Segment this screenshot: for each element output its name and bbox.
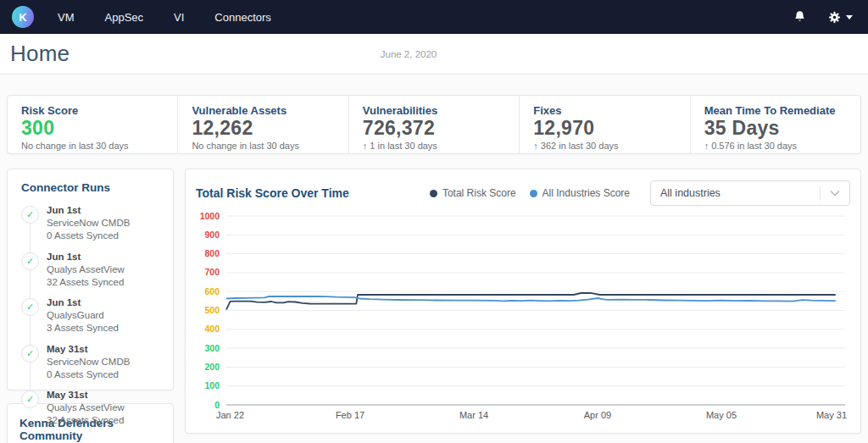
y-tick-label: 0 [214, 400, 220, 410]
legend-item-all-industries-score: All Industries Score [530, 187, 630, 199]
stat-value: 12,970 [533, 117, 689, 139]
connector-runs-title: Connector Runs [21, 181, 163, 194]
run-connector-name: QualysGuard [47, 309, 119, 322]
x-tick-label: May 31 [816, 410, 847, 420]
check-circle-icon: ✓ [21, 206, 39, 224]
x-tick-label: Jan 22 [216, 410, 244, 420]
run-assets-synced: 3 Assets Synced [47, 322, 119, 335]
connector-runs-card: Connector Runs ✓Jun 1stServiceNow CMDB0 … [7, 169, 174, 390]
y-tick-label: 700 [204, 267, 220, 277]
stats-summary-card: Risk Score300No change in last 30 daysVu… [7, 95, 861, 154]
run-date: May 31st [47, 389, 125, 401]
y-tick-label: 600 [204, 286, 220, 296]
stat-change: No change in last 30 days [21, 141, 177, 151]
y-tick-label: 1000 [200, 211, 220, 221]
run-date: Jun 1st [47, 204, 130, 217]
run-connector-name: Qualys AssetView [47, 263, 125, 276]
settings-caret-icon [846, 15, 853, 19]
run-assets-synced: 32 Assets Synced [47, 276, 125, 289]
check-circle-icon: ✓ [21, 298, 39, 316]
nav-menu: VMAppSecVIConnectors [58, 11, 302, 24]
series-line-all-industries-score [226, 296, 836, 302]
stat-value: 300 [21, 117, 177, 139]
page-date: June 2, 2020 [0, 49, 817, 59]
connector-run-item: ✓Jun 1stQualys AssetView32 Assets Synced [21, 251, 163, 290]
legend-dot-icon [430, 190, 437, 197]
risk-chart-svg: 01002003004005006007008009001000Jan 22Fe… [196, 209, 847, 424]
stat-label: Risk Score [21, 104, 177, 117]
x-tick-label: Feb 17 [336, 410, 364, 420]
stat-change: ↑ 1 in last 30 days [363, 141, 519, 151]
main-nav: K VMAppSecVIConnectors [0, 0, 868, 34]
check-circle-icon: ✓ [21, 252, 39, 270]
settings-gear-icon[interactable] [827, 10, 853, 25]
chart-title: Total Risk Score Over Time [196, 186, 349, 200]
stat-vulnerable-assets: Vulnerable Assets12,262No change in last… [177, 96, 348, 153]
nav-item-connectors[interactable]: Connectors [214, 11, 270, 24]
connector-run-item: ✓May 31stQualys AssetView32 Assets Synce… [21, 389, 163, 428]
kenna-logo[interactable]: K [12, 6, 34, 28]
stat-mean-time-to-remediate: Mean Time To Remediate35 Days↑ 0.576 in … [690, 96, 860, 153]
risk-score-chart-card: Total Risk Score Over Time Total Risk Sc… [185, 169, 861, 434]
legend-label: All Industries Score [542, 187, 630, 199]
stat-fixes: Fixes12,970↑ 362 in last 30 days [519, 96, 689, 153]
x-tick-label: Mar 14 [459, 410, 488, 420]
legend-label: Total Risk Score [442, 187, 516, 199]
check-circle-icon: ✓ [21, 390, 39, 408]
stat-change: ↑ 0.576 in last 30 days [704, 141, 860, 151]
run-connector-name: ServiceNow CMDB [47, 217, 130, 230]
y-tick-label: 800 [204, 248, 220, 258]
notifications-bell-icon[interactable] [793, 10, 807, 25]
x-tick-label: May 05 [706, 410, 737, 420]
y-tick-label: 300 [204, 343, 220, 353]
stat-label: Mean Time To Remediate [704, 104, 860, 117]
stat-value: 726,372 [363, 117, 519, 139]
nav-item-vi[interactable]: VI [174, 11, 184, 24]
run-date: Jun 1st [47, 296, 119, 309]
chevron-down-icon [821, 190, 849, 197]
run-assets-synced: 0 Assets Synced [47, 230, 130, 242]
nav-item-appsec[interactable]: AppSec [105, 11, 144, 24]
stat-change: No change in last 30 days [192, 141, 348, 151]
run-connector-name: ServiceNow CMDB [47, 356, 130, 368]
connector-run-item: ✓May 31stServiceNow CMDB0 Assets Synced [21, 343, 163, 382]
run-assets-synced: 32 Assets Synced [47, 414, 125, 427]
run-date: Jun 1st [47, 251, 125, 263]
connector-run-item: ✓Jun 1stQualysGuard3 Assets Synced [21, 296, 163, 335]
stat-label: Vulnerable Assets [192, 104, 348, 117]
industry-filter-dropdown[interactable]: All industries [650, 180, 850, 206]
stat-label: Fixes [533, 104, 689, 117]
y-tick-label: 400 [204, 324, 220, 334]
run-date: May 31st [47, 343, 130, 356]
y-tick-label: 100 [204, 380, 220, 390]
nav-item-vm[interactable]: VM [58, 11, 75, 24]
connector-run-item: ✓Jun 1stServiceNow CMDB0 Assets Synced [21, 204, 163, 243]
run-connector-name: Qualys AssetView [47, 401, 125, 414]
x-tick-label: Apr 09 [584, 410, 611, 420]
connector-runs-timeline: ✓Jun 1stServiceNow CMDB0 Assets Synced✓J… [21, 204, 163, 428]
y-tick-label: 500 [204, 305, 220, 315]
stat-value: 12,262 [192, 117, 348, 139]
check-circle-icon: ✓ [21, 345, 39, 363]
run-assets-synced: 0 Assets Synced [47, 368, 130, 381]
y-tick-label: 200 [204, 362, 220, 372]
y-tick-label: 900 [204, 230, 220, 240]
stat-label: Vulnerabilities [363, 104, 519, 117]
page-header: Home June 2, 2020 [0, 34, 868, 75]
stat-vulnerabilities: Vulnerabilities726,372↑ 1 in last 30 day… [348, 96, 519, 153]
stat-value: 35 Days [704, 117, 860, 139]
legend-item-total-risk-score: Total Risk Score [430, 187, 516, 199]
chart-legend: Total Risk ScoreAll Industries Score [430, 187, 630, 199]
industry-filter-value: All industries [660, 187, 820, 199]
stat-risk-score: Risk Score300No change in last 30 days [8, 96, 177, 153]
stat-change: ↑ 362 in last 30 days [533, 141, 689, 151]
legend-dot-icon [530, 190, 537, 197]
